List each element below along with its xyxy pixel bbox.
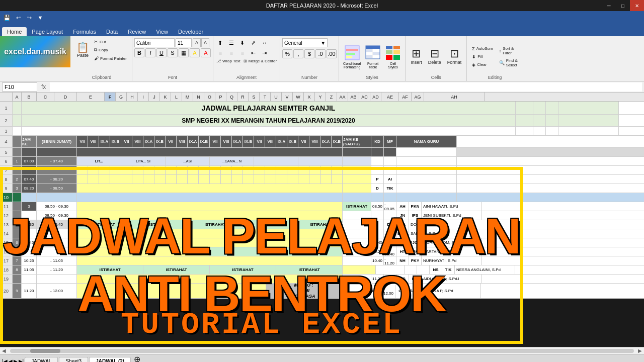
cell-8-10[interactable] bbox=[177, 175, 188, 184]
cell-19-time2[interactable]: - 12.00 bbox=[384, 275, 396, 283]
col-header-m[interactable]: M bbox=[182, 93, 193, 101]
increase-decimal-button[interactable]: .0 bbox=[315, 49, 326, 58]
cell-8-2[interactable] bbox=[88, 175, 99, 184]
cell-name6[interactable] bbox=[396, 157, 457, 165]
col-header-ag[interactable]: AG bbox=[412, 93, 424, 101]
new-sheet-button[interactable]: ⊕ bbox=[132, 354, 142, 362]
cell-19-time1[interactable]: 11.20 bbox=[371, 275, 384, 283]
cell-name15[interactable]: MUHKTAROM, S.Pd bbox=[422, 238, 482, 247]
cell-mp14[interactable]: BING bbox=[396, 229, 409, 238]
cell-a18[interactable]: 8 bbox=[13, 265, 22, 274]
col-header-t[interactable]: T bbox=[260, 93, 271, 101]
sheet-tab-sheet3[interactable]: Sheet3 bbox=[59, 357, 88, 362]
scroll-track[interactable] bbox=[10, 349, 634, 353]
cell-7-8[interactable] bbox=[154, 166, 166, 174]
cell-7-20[interactable] bbox=[287, 166, 298, 174]
cell-ae2[interactable] bbox=[516, 115, 533, 126]
cell-14-sabtu[interactable] bbox=[343, 229, 371, 238]
cell-mp9[interactable]: TIK bbox=[384, 184, 396, 193]
cell-g10-header[interactable]: IX.B bbox=[243, 136, 254, 147]
cell-lit5[interactable] bbox=[254, 157, 298, 165]
cell-7-2[interactable] bbox=[88, 166, 99, 174]
cell-b9[interactable]: 08.20 bbox=[22, 184, 37, 193]
cell-mp12[interactable]: IPS bbox=[409, 211, 422, 220]
cell-8-9[interactable] bbox=[166, 175, 177, 184]
delete-button[interactable]: ⊟ Delete bbox=[426, 47, 443, 66]
cell-a6[interactable]: 1 bbox=[13, 157, 22, 165]
cell-sabtu-header[interactable]: JAM KE (SABTU) bbox=[343, 136, 371, 147]
fill-button[interactable]: ⬇ Fill bbox=[470, 53, 495, 60]
col-header-ab[interactable]: AB bbox=[348, 93, 359, 101]
qa-more-button[interactable]: ▼ bbox=[35, 13, 45, 23]
cell-19-data[interactable] bbox=[77, 275, 343, 283]
cell-8-13[interactable] bbox=[210, 175, 221, 184]
cell-7-12[interactable] bbox=[199, 166, 210, 174]
cell-mp16[interactable]: IPA bbox=[409, 247, 422, 256]
cell-d9-header[interactable]: IX.A bbox=[99, 136, 110, 147]
sheet-first-button[interactable]: |◀ bbox=[2, 358, 8, 362]
col-header-h[interactable]: H bbox=[127, 93, 138, 101]
cell-a7[interactable] bbox=[13, 166, 22, 174]
cell-mp8[interactable]: AI bbox=[384, 175, 396, 184]
scroll-thumb[interactable] bbox=[30, 349, 60, 353]
cell-b17[interactable]: 10.25 bbox=[22, 256, 37, 265]
cell-a4[interactable] bbox=[13, 136, 22, 147]
cell-name13[interactable]: DOPIRMAN, S.Pd bbox=[409, 220, 469, 229]
cell-8-24[interactable] bbox=[332, 175, 343, 184]
cell-b5[interactable] bbox=[22, 148, 37, 156]
cell-title[interactable]: JADWAL PELAJARAN SEMTER GANJIL bbox=[22, 102, 516, 114]
cell-a12[interactable] bbox=[13, 211, 22, 220]
cell-c19[interactable] bbox=[37, 275, 77, 283]
cell-d10-header[interactable]: IX.B bbox=[110, 136, 121, 147]
cell-13-time[interactable] bbox=[371, 220, 384, 229]
cell-a13[interactable]: 5 bbox=[13, 220, 22, 229]
percent-button[interactable]: % bbox=[282, 49, 292, 58]
cell-lit1[interactable]: LIT... bbox=[77, 157, 121, 165]
cell-ae1[interactable] bbox=[516, 102, 533, 114]
cell-18-ist3[interactable]: ISTIRAHAT bbox=[210, 265, 276, 274]
sheet-prev-button[interactable]: ◀ bbox=[9, 358, 13, 362]
cell-8-11[interactable] bbox=[188, 175, 199, 184]
cell-data-row5[interactable] bbox=[77, 148, 343, 156]
cell-7-17[interactable] bbox=[254, 166, 265, 174]
cell-mp17[interactable]: PKY bbox=[409, 256, 422, 265]
font-color-button[interactable]: A bbox=[201, 48, 211, 57]
cell-17-time2[interactable]: - 11.20 bbox=[384, 256, 396, 265]
cell-20-motto[interactable]: MOTTO : KAMI TERBIASA bbox=[266, 284, 342, 298]
col-header-l[interactable]: L bbox=[171, 93, 182, 101]
cell-18-sabtu[interactable] bbox=[376, 265, 405, 274]
insert-button[interactable]: ⊞ Insert bbox=[409, 47, 424, 66]
cell-c13[interactable]: - 09.45 bbox=[37, 220, 77, 229]
bold-button[interactable]: B bbox=[134, 48, 144, 57]
cell-a14[interactable] bbox=[13, 229, 22, 238]
cell-8-sabtu[interactable] bbox=[343, 175, 371, 184]
cell-b3[interactable] bbox=[22, 127, 516, 135]
cell-ag3[interactable] bbox=[546, 127, 558, 135]
cell-17-data[interactable] bbox=[77, 256, 343, 265]
cell-e10-header[interactable]: IX.B bbox=[154, 136, 166, 147]
cell-12-sabtu[interactable] bbox=[343, 211, 371, 220]
cell-ah3[interactable] bbox=[558, 127, 619, 135]
cell-c7[interactable] bbox=[37, 166, 77, 174]
cell-8-3[interactable] bbox=[99, 175, 110, 184]
cell-b10[interactable] bbox=[22, 193, 37, 202]
cell-17-time1[interactable]: 10.40 bbox=[371, 256, 384, 265]
cell-name18[interactable]: NESRA ANGLAINI, S.Pd bbox=[455, 265, 515, 274]
cell-b20[interactable]: 11.20 bbox=[22, 284, 37, 298]
cell-a2[interactable] bbox=[13, 115, 22, 126]
font-name-input[interactable] bbox=[134, 38, 175, 47]
col-header-u[interactable]: U bbox=[271, 93, 282, 101]
cell-kd13[interactable]: DP bbox=[384, 220, 396, 229]
cell-18-ist2[interactable]: ISTIRAHAT bbox=[143, 265, 210, 274]
cell-11-istirahat[interactable]: ISTIRAHAT bbox=[343, 202, 371, 211]
col-header-o[interactable]: O bbox=[204, 93, 215, 101]
cell-8-6[interactable] bbox=[132, 175, 143, 184]
col-header-aa[interactable]: AA bbox=[337, 93, 348, 101]
cell-sabtu6[interactable] bbox=[343, 157, 371, 165]
qa-undo-button[interactable]: ↩ bbox=[13, 13, 23, 23]
underline-button[interactable]: U bbox=[156, 48, 167, 57]
tab-page-layout[interactable]: Page Layout bbox=[27, 27, 68, 36]
cell-name11[interactable]: AINI HAWATI, S.Pd bbox=[422, 202, 482, 211]
decrease-decimal-button[interactable]: .00 bbox=[327, 49, 337, 58]
cell-ag2[interactable] bbox=[546, 115, 558, 126]
